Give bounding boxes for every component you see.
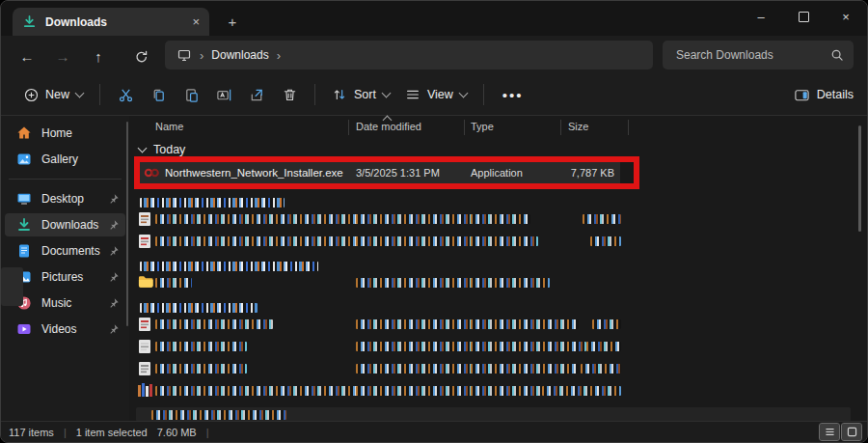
new-button[interactable]: New [16, 82, 91, 108]
details-view-toggle[interactable] [820, 424, 839, 440]
sidebar-item-documents[interactable]: Documents [5, 239, 125, 263]
group-header-today[interactable]: Today [139, 143, 185, 156]
edge-overlay [1, 267, 23, 306]
status-bar: 117 items | 1 item selected 7.60 MB | [1, 421, 867, 442]
cut-button[interactable] [109, 79, 142, 110]
redacted-group-header[interactable] [136, 253, 851, 272]
file-row[interactable] [136, 358, 851, 380]
sidebar-item-gallery[interactable]: Gallery [5, 148, 125, 171]
breadcrumb-downloads[interactable]: Downloads [211, 48, 268, 62]
title-bar: Downloads × + – × [1, 1, 867, 36]
column-header-size[interactable]: Size [568, 121, 588, 132]
column-header-date-modified[interactable]: Date modified [356, 121, 421, 132]
sidebar-item-home[interactable]: Home [5, 122, 125, 145]
pin-icon [107, 218, 120, 231]
column-divider[interactable] [348, 120, 349, 135]
back-button[interactable]: ← [14, 43, 40, 69]
redacted-row-partial[interactable] [136, 407, 851, 422]
sort-button[interactable]: Sort [324, 81, 397, 108]
forward-button[interactable]: → [50, 43, 75, 69]
more-options-button[interactable]: ••• [493, 87, 533, 103]
minimize-button[interactable]: – [740, 1, 782, 33]
details-pane-icon [794, 87, 810, 103]
chevron-down-icon [458, 89, 468, 98]
close-button[interactable]: × [825, 1, 867, 33]
file-row[interactable] [136, 208, 851, 231]
details-button[interactable]: Details [794, 87, 854, 103]
refresh-button[interactable] [128, 43, 153, 69]
file-icon [138, 361, 153, 376]
paste-button[interactable] [175, 79, 207, 110]
redacted-size [590, 236, 621, 246]
redacted-rows [136, 189, 851, 422]
large-icons-view-icon [846, 426, 858, 438]
breadcrumb-chevron: › [200, 48, 203, 63]
group-label: Today [153, 143, 185, 156]
share-button[interactable] [240, 79, 273, 110]
chevron-down-icon [75, 89, 85, 98]
redacted-text [151, 410, 286, 420]
sort-button-label: Sort [354, 88, 376, 101]
file-list-scrollbar[interactable] [858, 125, 861, 232]
view-button[interactable]: View [397, 81, 475, 108]
redacted-type [471, 342, 586, 351]
sidebar-item-label: Home [41, 126, 72, 140]
large-icons-view-toggle[interactable] [842, 424, 861, 440]
toolbar-divider [99, 84, 100, 105]
redacted-group-header[interactable] [136, 189, 851, 208]
column-header-type[interactable]: Type [471, 121, 494, 132]
column-divider[interactable] [464, 120, 465, 135]
redacted-text [140, 262, 318, 271]
search-input[interactable] [674, 47, 830, 63]
close-tab-icon[interactable]: × [192, 15, 200, 28]
cut-icon [118, 87, 134, 103]
sidebar-item-downloads[interactable]: Downloads [5, 213, 125, 236]
file-list: Name Date modified Type Size Today North… [131, 116, 862, 421]
pin-icon [107, 192, 120, 205]
redacted-name [155, 319, 273, 329]
downloads-icon [22, 14, 37, 29]
file-size: 7,787 KB [571, 167, 614, 179]
sidebar-item-desktop[interactable]: Desktop [5, 187, 125, 210]
copy-button[interactable] [142, 79, 175, 110]
sidebar-item-label: Gallery [41, 152, 78, 166]
file-row[interactable] [136, 336, 851, 358]
sidebar-item-label: Desktop [41, 192, 84, 206]
command-bar: New Sort View [1, 74, 867, 116]
status-separator: | [206, 427, 209, 438]
redacted-group-header[interactable] [136, 294, 851, 314]
maximize-button[interactable] [782, 1, 825, 33]
file-row[interactable] [136, 231, 851, 253]
sidebar-divider [9, 179, 122, 180]
sidebar-scrollbar[interactable] [126, 122, 128, 326]
pin-icon [107, 322, 120, 335]
maximize-icon [799, 12, 809, 22]
tab-downloads[interactable]: Downloads × [13, 8, 209, 36]
folder-row[interactable] [136, 272, 851, 294]
sidebar-item-videos[interactable]: Videos [5, 318, 125, 341]
redacted-size [592, 319, 621, 329]
sidebar-item-label: Videos [41, 322, 76, 336]
file-row[interactable] [136, 314, 851, 336]
view-toggles [820, 424, 861, 440]
sidebar-item-label: Pictures [41, 270, 83, 284]
address-bar[interactable]: › Downloads › [165, 41, 653, 69]
breadcrumb-chevron[interactable]: › [277, 48, 281, 63]
pin-icon [107, 270, 120, 283]
window-controls: – × [740, 1, 867, 33]
column-divider[interactable] [560, 120, 561, 135]
toolbar-divider [483, 84, 484, 105]
selected-file-row[interactable]: Northwestern_Network_Installer.exe 3/5/2… [140, 162, 620, 183]
file-date-modified: 3/5/2025 1:31 PM [356, 167, 440, 179]
new-tab-button[interactable]: + [221, 10, 244, 33]
up-button[interactable]: ↑ [86, 43, 111, 69]
redacted-name [155, 214, 372, 224]
search-box[interactable] [663, 41, 854, 69]
paste-icon [183, 87, 200, 103]
redacted-type [471, 214, 530, 224]
rename-button[interactable] [207, 79, 240, 110]
file-row[interactable] [136, 380, 851, 402]
delete-button[interactable] [273, 79, 306, 110]
column-header-name[interactable]: Name [155, 121, 183, 132]
column-divider[interactable] [628, 120, 629, 135]
